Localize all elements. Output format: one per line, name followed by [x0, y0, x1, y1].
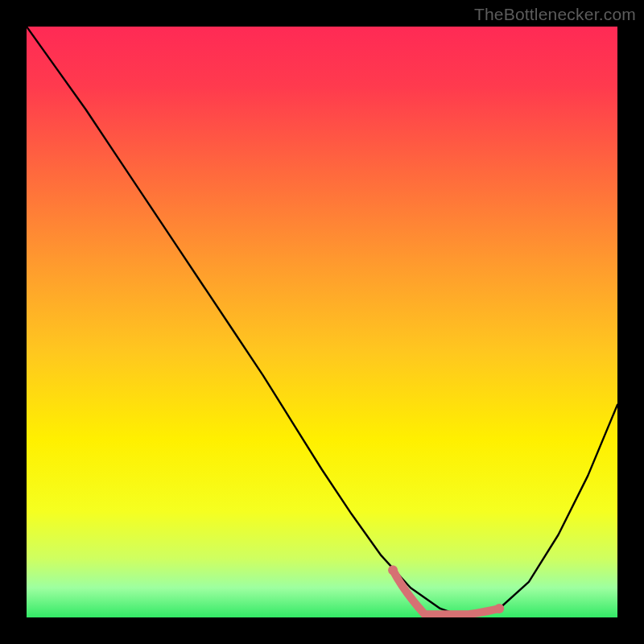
plot-area [27, 27, 617, 617]
highlight-dot-right [494, 604, 504, 613]
chart-svg [27, 27, 617, 617]
chart-frame: TheBottlenecker.com [0, 0, 644, 644]
gradient-rect [27, 27, 617, 617]
highlight-dot-left [388, 565, 398, 575]
watermark-text: TheBottlenecker.com [474, 5, 636, 24]
